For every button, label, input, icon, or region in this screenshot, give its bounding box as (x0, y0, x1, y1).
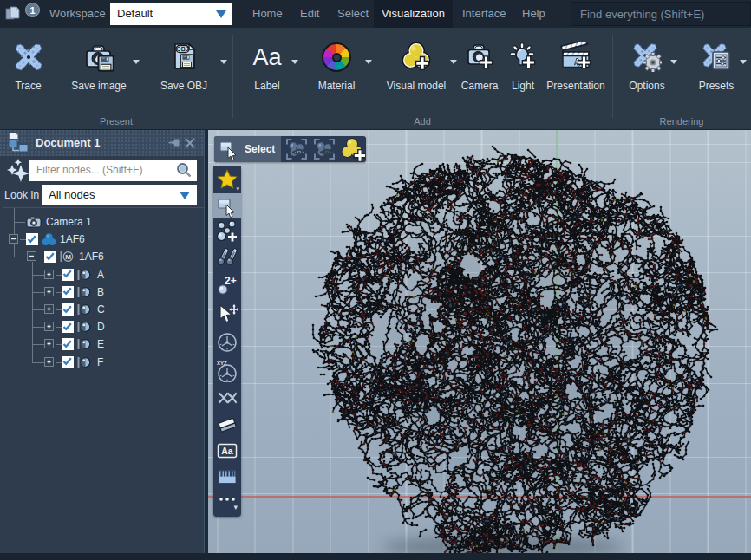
svg-text:OBJ: OBJ (176, 46, 189, 52)
svg-text:2+: 2+ (225, 275, 237, 287)
svg-text:M: M (65, 253, 71, 261)
svg-text:Aa: Aa (221, 446, 233, 456)
